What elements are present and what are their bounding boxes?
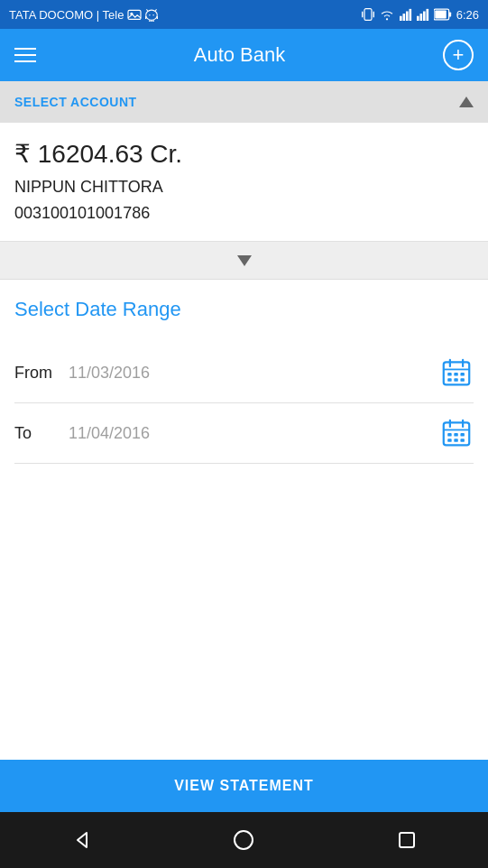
signal-icon-2 <box>417 8 429 21</box>
svg-rect-32 <box>454 373 457 376</box>
account-number: 003100101001786 <box>14 204 474 223</box>
svg-rect-41 <box>447 433 451 437</box>
svg-rect-23 <box>426 9 428 21</box>
account-balance: ₹ 16204.63 Cr. <box>14 139 474 169</box>
from-calendar-icon <box>442 358 471 387</box>
account-arrow-up-icon <box>459 97 474 107</box>
svg-rect-44 <box>447 439 451 442</box>
signal-icon-1 <box>400 8 412 21</box>
status-bar: TATA DOCOMO | Tele <box>0 0 488 29</box>
spacer <box>0 529 488 760</box>
svg-rect-18 <box>406 12 409 22</box>
time-display: 6:26 <box>456 8 479 22</box>
recents-icon <box>396 829 418 851</box>
collapse-bar[interactable] <box>0 242 488 280</box>
account-info-panel: ₹ 16204.63 Cr. NIPPUN CHITTORA 003100101… <box>0 123 488 242</box>
home-icon <box>233 829 254 851</box>
select-account-label: SELECT ACCOUNT <box>14 95 137 109</box>
select-account-bar[interactable]: SELECT ACCOUNT <box>0 81 488 123</box>
battery-icon <box>434 8 452 21</box>
content-area: SELECT ACCOUNT ₹ 16204.63 Cr. NIPPUN CHI… <box>0 81 488 812</box>
menu-button[interactable] <box>14 48 36 62</box>
back-icon <box>70 829 92 851</box>
svg-rect-26 <box>435 10 447 18</box>
status-right-icons: 6:26 <box>362 7 479 22</box>
nav-bar <box>0 812 488 868</box>
carrier-text: TATA DOCOMO | Tele <box>9 8 124 22</box>
svg-rect-12 <box>364 9 372 21</box>
nav-back-button[interactable] <box>59 817 104 863</box>
to-date-value: 11/04/2016 <box>69 424 439 443</box>
svg-rect-0 <box>128 10 141 19</box>
add-button[interactable]: + <box>443 40 474 70</box>
app-title: Auto Bank <box>194 43 286 67</box>
svg-rect-19 <box>409 9 411 21</box>
svg-rect-49 <box>400 833 414 847</box>
svg-rect-16 <box>400 16 402 21</box>
from-label: From <box>14 364 69 383</box>
svg-rect-22 <box>423 12 426 22</box>
android-icon <box>145 7 158 22</box>
svg-point-2 <box>146 10 158 20</box>
from-date-value: 11/03/2016 <box>69 364 439 383</box>
gallery-icon <box>127 8 142 21</box>
nav-home-button[interactable] <box>221 817 266 863</box>
svg-rect-33 <box>460 373 464 376</box>
svg-rect-45 <box>454 439 457 442</box>
to-calendar-icon <box>442 419 471 448</box>
svg-rect-25 <box>448 13 451 17</box>
svg-rect-35 <box>454 378 457 382</box>
svg-point-6 <box>153 14 154 15</box>
collapse-arrow-down-icon <box>237 255 252 266</box>
svg-rect-31 <box>447 373 451 376</box>
date-range-section: Select Date Range From 11/03/2016 <box>0 280 488 529</box>
to-calendar-button[interactable] <box>439 416 474 450</box>
svg-rect-42 <box>454 433 457 437</box>
app-bar: Auto Bank + <box>0 29 488 81</box>
from-date-row: From 11/03/2016 <box>14 343 474 403</box>
wifi-icon <box>379 8 395 21</box>
svg-rect-20 <box>417 16 419 21</box>
svg-rect-36 <box>460 378 464 382</box>
svg-point-5 <box>150 14 151 15</box>
status-carrier: TATA DOCOMO | Tele <box>9 7 158 22</box>
svg-marker-47 <box>78 833 87 847</box>
svg-rect-21 <box>419 14 422 21</box>
svg-rect-46 <box>460 439 464 442</box>
to-date-row: To 11/04/2016 <box>14 403 474 464</box>
svg-point-48 <box>235 831 253 849</box>
nav-recents-button[interactable] <box>384 817 429 863</box>
from-calendar-button[interactable] <box>439 356 474 390</box>
vibrate-icon <box>362 7 374 22</box>
svg-rect-43 <box>460 433 464 437</box>
account-name: NIPPUN CHITTORA <box>14 178 474 197</box>
svg-line-4 <box>156 9 157 10</box>
svg-rect-34 <box>447 378 451 382</box>
view-statement-button[interactable]: VIEW STATEMENT <box>0 760 488 812</box>
svg-line-3 <box>147 9 148 10</box>
svg-rect-17 <box>402 14 405 21</box>
to-label: To <box>14 424 69 443</box>
svg-point-15 <box>386 18 388 20</box>
select-date-range-title: Select Date Range <box>14 298 474 321</box>
